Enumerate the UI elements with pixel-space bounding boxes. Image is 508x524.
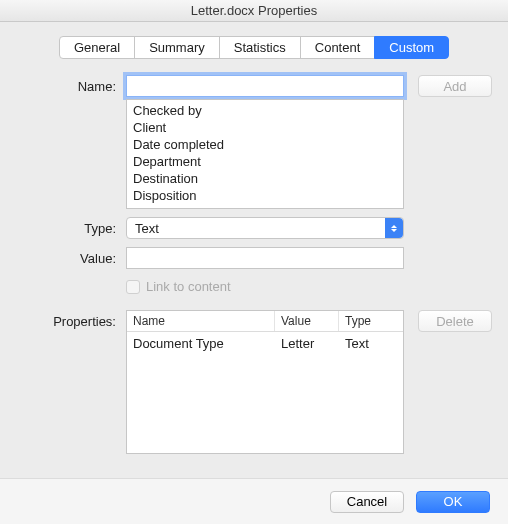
- list-item[interactable]: Checked by: [133, 102, 397, 119]
- properties-label: Properties:: [16, 310, 126, 329]
- link-to-content-label: Link to content: [146, 279, 231, 294]
- chevron-updown-icon: [385, 218, 403, 238]
- dialog-footer: Cancel OK: [0, 478, 508, 524]
- tab-custom[interactable]: Custom: [374, 36, 449, 59]
- list-item[interactable]: Date completed: [133, 136, 397, 153]
- list-item[interactable]: Disposition: [133, 187, 397, 204]
- tab-statistics[interactable]: Statistics: [219, 36, 301, 59]
- delete-button[interactable]: Delete: [418, 310, 492, 332]
- name-label: Name:: [16, 75, 126, 94]
- value-label: Value:: [16, 247, 126, 266]
- tab-content[interactable]: Content: [300, 36, 376, 59]
- cell-name: Document Type: [127, 332, 275, 355]
- table-row[interactable]: Document Type Letter Text: [127, 332, 403, 355]
- type-select-value: Text: [135, 221, 159, 236]
- window-title: Letter.docx Properties: [0, 0, 508, 22]
- col-name[interactable]: Name: [127, 311, 275, 331]
- list-item[interactable]: Department: [133, 153, 397, 170]
- type-select[interactable]: Text: [126, 217, 404, 239]
- cancel-button[interactable]: Cancel: [330, 491, 404, 513]
- col-value[interactable]: Value: [275, 311, 339, 331]
- col-type[interactable]: Type: [339, 311, 403, 331]
- tab-bar: General Summary Statistics Content Custo…: [16, 36, 492, 59]
- name-input[interactable]: [126, 75, 404, 97]
- properties-table[interactable]: Name Value Type Document Type Letter Tex…: [126, 310, 404, 454]
- type-label: Type:: [16, 217, 126, 236]
- name-suggestion-list[interactable]: Checked by Client Date completed Departm…: [126, 99, 404, 209]
- ok-button[interactable]: OK: [416, 491, 490, 513]
- cell-type: Text: [339, 332, 403, 355]
- value-input[interactable]: [126, 247, 404, 269]
- tab-summary[interactable]: Summary: [134, 36, 220, 59]
- list-item[interactable]: Client: [133, 119, 397, 136]
- add-button[interactable]: Add: [418, 75, 492, 97]
- tab-general[interactable]: General: [59, 36, 135, 59]
- link-to-content-checkbox: [126, 280, 140, 294]
- cell-value: Letter: [275, 332, 339, 355]
- list-item[interactable]: Destination: [133, 170, 397, 187]
